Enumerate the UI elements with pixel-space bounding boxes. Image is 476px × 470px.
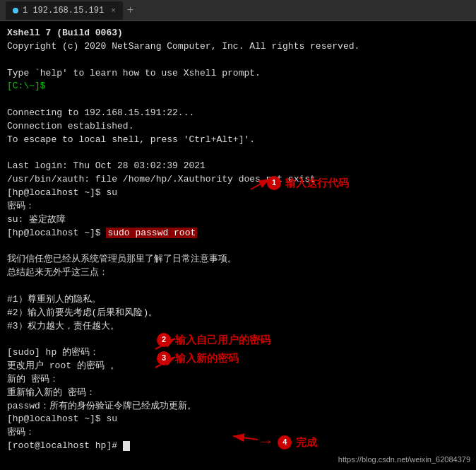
terminal-line-6 (7, 93, 469, 107)
annotation-label-1: 输入这行代码 (285, 175, 349, 191)
terminal-line-29: passwd：所有的身份验证令牌已经成功更新。 (7, 400, 469, 413)
watermark: https://blog.csdn.net/weixin_62084379 (338, 454, 470, 466)
highlighted-command: sudo passwd root (106, 228, 197, 238)
annotation-circle-3: 3 (157, 351, 171, 365)
title-bar: 1 192.168.15.191 × + (0, 0, 476, 21)
terminal-line-19: 总结起来无外乎这三点： (7, 266, 469, 280)
root-prompt: [root@localhost hp]# (7, 440, 123, 451)
tab-session[interactable]: 1 192.168.15.191 × (6, 1, 123, 20)
terminal-line-7: Connecting to 192.168.15.191:22... (7, 107, 469, 120)
terminal-line-28: 重新输入新的 密码： (7, 387, 469, 400)
terminal-line-13: [hp@localhost ~]$ su (7, 187, 469, 200)
prompt-text: [hp@localhost ~]$ (7, 228, 106, 238)
terminal-line-3 (7, 54, 469, 67)
terminal-area[interactable]: Xshell 7 (Build 0063) Copyright (c) 2020… (0, 21, 476, 470)
terminal-line-23: #3）权力越大，责任越大。 (7, 320, 469, 334)
terminal-line-31: 密码： (7, 426, 469, 440)
terminal-line-12: /usr/bin/xauth: file /home/hp/.Xauthorit… (7, 173, 469, 187)
annotation-circle-1: 1 (267, 176, 281, 190)
terminal-line-17 (7, 240, 469, 254)
terminal-line-14: 密码： (7, 200, 469, 213)
annotation-circle-4: 4 (278, 435, 292, 450)
terminal-line-30: [hp@localhost ~]$ su (7, 413, 469, 426)
tab-close-button[interactable]: × (111, 6, 116, 15)
arrow-right-icon: → (261, 431, 270, 454)
terminal-line-32: [root@localhost hp]# (7, 440, 469, 453)
cursor (123, 441, 130, 451)
annotation-circle-2: 2 (157, 333, 171, 347)
tab-label: 1 192.168.15.191 (23, 6, 104, 16)
annotation-label-2: 输入自己用户的密码 (175, 332, 270, 348)
terminal-line-27: 新的 密码： (7, 373, 469, 387)
terminal-line-11: Last login: Thu Oct 28 03:02:39 2021 (7, 160, 469, 173)
terminal-line-20 (7, 280, 469, 293)
terminal-line-16: [hp@localhost ~]$ sudo passwd root (7, 227, 469, 240)
annotation-label-4: 完成 (296, 435, 317, 450)
annotation-4: → 4 完成 (261, 431, 317, 454)
annotation-2: 2 输入自己用户的密码 (157, 332, 270, 348)
terminal-line-10 (7, 147, 469, 160)
terminal-line-15: su: 鉴定故障 (7, 213, 469, 227)
terminal-line-9: To escape to local shell, press 'Ctrl+Al… (7, 134, 469, 147)
terminal-line-8: Connection established. (7, 120, 469, 134)
prompt-green: [C:\~]$ (7, 81, 46, 91)
terminal-line-18: 我们信任您已经从系统管理员那里了解了日常注意事项。 (7, 253, 469, 266)
terminal-line-2: Copyright (c) 2020 NetSarang Computer, I… (7, 40, 469, 54)
terminal-line-21: #1）尊重别人的隐私。 (7, 293, 469, 307)
terminal-line-22: #2）输入前要先考虑(后果和风险)。 (7, 307, 469, 320)
terminal-line-5: [C:\~]$ (7, 80, 469, 93)
annotation-3: 3 输入新的密码 (157, 351, 239, 366)
tab-add-button[interactable]: + (127, 4, 134, 17)
annotation-1: 1 输入这行代码 (267, 175, 349, 191)
terminal-line-1: Xshell 7 (Build 0063) (7, 27, 469, 40)
tab-dot-icon (13, 8, 18, 13)
terminal-line-4: Type `help' to learn how to use Xshell p… (7, 67, 469, 81)
annotation-label-3: 输入新的密码 (175, 351, 239, 366)
